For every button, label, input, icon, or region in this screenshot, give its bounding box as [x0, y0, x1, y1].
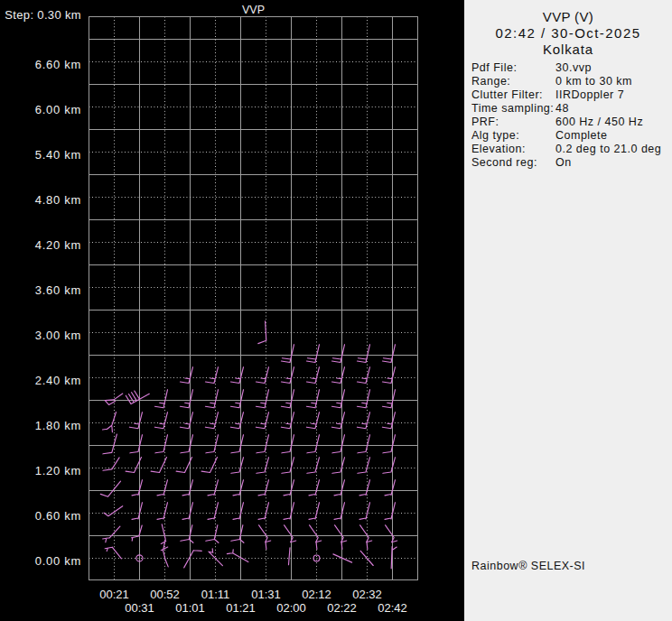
- svg-text:02:12: 02:12: [302, 588, 331, 601]
- svg-text:01:11: 01:11: [201, 588, 230, 601]
- svg-text:Clutter Filter:: Clutter Filter:: [471, 88, 543, 101]
- svg-text:2.40 km: 2.40 km: [35, 374, 81, 387]
- svg-text:02:32: 02:32: [352, 588, 382, 601]
- svg-text:600 Hz / 450 Hz: 600 Hz / 450 Hz: [555, 116, 643, 128]
- svg-text:02:42: 02:42: [378, 601, 407, 615]
- svg-text:02:42 / 30-Oct-2025: 02:42 / 30-Oct-2025: [496, 25, 641, 41]
- svg-text:Rainbow® SELEX-SI: Rainbow® SELEX-SI: [471, 560, 585, 572]
- svg-text:IIRDoppler 7: IIRDoppler 7: [555, 88, 624, 101]
- svg-text:01:01: 01:01: [175, 601, 205, 615]
- svg-text:00:31: 00:31: [125, 601, 154, 615]
- svg-text:VVP: VVP: [242, 4, 265, 16]
- svg-text:00:21: 00:21: [99, 588, 129, 601]
- svg-text:Time sampling:: Time sampling:: [471, 102, 554, 115]
- svg-text:Step: 0.30 km: Step: 0.30 km: [5, 8, 81, 22]
- svg-text:VVP (V): VVP (V): [543, 9, 593, 24]
- svg-text:1.20 km: 1.20 km: [35, 464, 81, 477]
- svg-text:Alg type:: Alg type:: [471, 129, 519, 142]
- svg-text:PRF:: PRF:: [471, 116, 499, 128]
- svg-text:0.2 deg to 21.0 deg: 0.2 deg to 21.0 deg: [555, 143, 661, 155]
- svg-text:5.40 km: 5.40 km: [35, 148, 81, 162]
- svg-text:01:31: 01:31: [251, 588, 281, 601]
- svg-text:0 km to 30 km: 0 km to 30 km: [555, 75, 632, 88]
- svg-text:01:21: 01:21: [226, 601, 256, 615]
- svg-text:Elevation:: Elevation:: [471, 143, 526, 155]
- svg-text:Range:: Range:: [471, 75, 510, 88]
- svg-text:0.00 km: 0.00 km: [35, 554, 81, 568]
- svg-text:Pdf File:: Pdf File:: [471, 61, 517, 74]
- svg-text:0.60 km: 0.60 km: [35, 509, 81, 523]
- svg-text:On: On: [555, 156, 572, 169]
- svg-text:48: 48: [555, 102, 569, 115]
- svg-text:4.20 km: 4.20 km: [35, 238, 81, 252]
- svg-text:02:00: 02:00: [276, 601, 306, 615]
- svg-text:4.80 km: 4.80 km: [35, 193, 81, 207]
- svg-text:3.00 km: 3.00 km: [35, 329, 81, 342]
- svg-text:Complete: Complete: [555, 129, 608, 142]
- svg-text:30.vvp: 30.vvp: [555, 61, 592, 74]
- svg-text:02:22: 02:22: [327, 601, 357, 615]
- svg-text:6.60 km: 6.60 km: [35, 58, 81, 71]
- svg-text:6.00 km: 6.00 km: [35, 103, 81, 116]
- svg-text:3.60 km: 3.60 km: [35, 283, 81, 297]
- svg-text:Second reg:: Second reg:: [471, 156, 537, 169]
- svg-text:00:52: 00:52: [150, 588, 180, 601]
- svg-text:1.80 km: 1.80 km: [35, 419, 81, 432]
- svg-text:Kolkata: Kolkata: [543, 42, 593, 57]
